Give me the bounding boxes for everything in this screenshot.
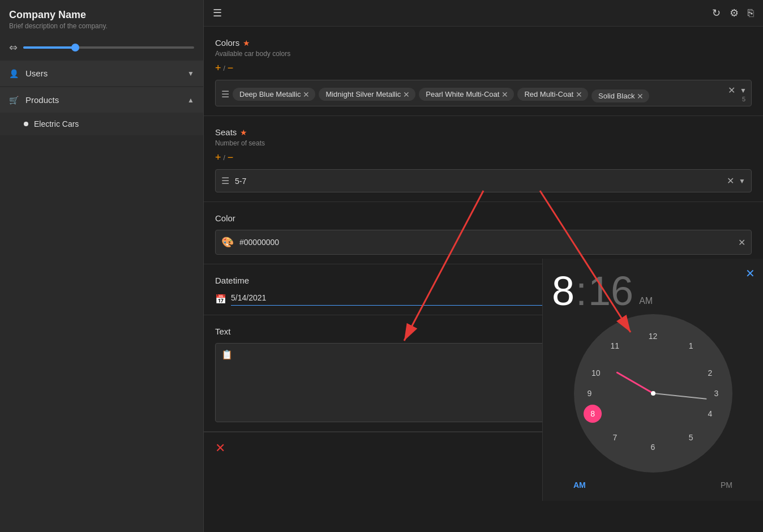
time-minute[interactable]: 16: [588, 268, 633, 314]
colors-dropdown-button[interactable]: ▼: [740, 87, 747, 95]
chevron-down-icon: ▼: [187, 70, 194, 78]
seats-description: Number of seats: [215, 139, 752, 147]
pm-button[interactable]: PM: [716, 478, 737, 492]
colors-section: Colors ★ Available car body colors + / −…: [204, 27, 763, 116]
color-picker-icon[interactable]: 🎨: [221, 236, 234, 248]
seats-clear-button[interactable]: ✕: [727, 175, 734, 186]
colors-separator: /: [224, 65, 225, 72]
colors-tags-inner: ☰ Deep Blue Metallic ✕ Midnight Silver M…: [221, 86, 745, 102]
clock-num-12: 12: [649, 332, 658, 341]
clock-center-dot: [651, 391, 655, 396]
clock-selected-8[interactable]: 8: [584, 405, 602, 423]
tag-midnight-silver-label: Midnight Silver Metallic: [325, 90, 401, 98]
company-name: Company Name: [9, 9, 194, 21]
tag-pearl-white: Pearl White Multi-Coat ✕: [419, 88, 514, 101]
tag-midnight-silver: Midnight Silver Metallic ✕: [319, 88, 415, 101]
time-hour[interactable]: 8: [552, 268, 575, 314]
tag-deep-blue: Deep Blue Metallic ✕: [233, 88, 315, 101]
tag-solid-black: Solid Black ✕: [591, 89, 649, 102]
colors-title: Colors: [215, 38, 239, 48]
delete-button[interactable]: ✕: [215, 441, 225, 456]
colors-clear-button[interactable]: ✕: [728, 85, 735, 96]
sidebar-item-users[interactable]: 👤 Users ▼: [0, 61, 203, 86]
colors-tags-container: ☰ Deep Blue Metallic ✕ Midnight Silver M…: [215, 80, 752, 106]
clock-num-7: 7: [612, 433, 617, 442]
slider-thumb: [71, 44, 79, 52]
sidebar-item-electric-cars[interactable]: Electric Cars: [0, 113, 203, 135]
tag-pearl-white-close[interactable]: ✕: [501, 91, 508, 98]
seats-add-remove-row: + / −: [215, 152, 752, 164]
seats-value-container: ☰ 5-7 ✕ ▼: [215, 169, 752, 192]
color-clear-button[interactable]: ✕: [738, 237, 745, 248]
time-colon: :: [576, 268, 587, 314]
seats-required-star: ★: [240, 128, 247, 137]
export-icon[interactable]: ⎘: [748, 7, 754, 19]
tag-red-multi: Red Multi-Coat ✕: [517, 88, 588, 101]
color-value: #00000000: [239, 238, 732, 247]
color-title: Color: [215, 213, 235, 223]
calendar-icon: 📅: [215, 294, 226, 304]
datetime-title: Datetime: [215, 276, 249, 285]
slider-icon: ⇔: [9, 41, 18, 54]
clock-num-4: 4: [708, 409, 712, 418]
seats-title: Seats: [215, 127, 237, 137]
refresh-icon[interactable]: ↻: [712, 7, 721, 19]
products-icon: 🛒: [9, 96, 19, 105]
tag-deep-blue-close[interactable]: ✕: [303, 91, 310, 98]
am-button[interactable]: AM: [569, 478, 590, 492]
tag-deep-blue-label: Deep Blue Metallic: [239, 90, 301, 98]
seats-section: Seats ★ Number of seats + / − ☰ 5-7 ✕ ▼: [204, 116, 763, 202]
color-value-container: 🎨 #00000000 ✕: [215, 230, 752, 255]
colors-required-star: ★: [243, 38, 250, 48]
menu-icon[interactable]: ☰: [213, 7, 222, 19]
tag-red-multi-close[interactable]: ✕: [576, 91, 582, 98]
clock-num-1: 1: [689, 341, 693, 350]
colors-add-remove-row: + / −: [215, 62, 752, 74]
clock-num-5: 5: [689, 433, 693, 442]
tag-midnight-silver-close[interactable]: ✕: [403, 91, 410, 98]
time-panel-close-button[interactable]: ✕: [745, 267, 755, 280]
sidebar-header: Company Name Brief description of the co…: [0, 0, 203, 37]
clock-hand-minute: [653, 393, 706, 400]
colors-add-button[interactable]: +: [215, 62, 221, 74]
seats-value: 5-7: [235, 177, 721, 186]
tag-red-multi-label: Red Multi-Coat: [524, 90, 573, 98]
main-content: ☰ ↻ ⚙ ⎘ Colors ★ Available car body colo…: [204, 0, 763, 532]
electric-cars-label: Electric Cars: [34, 119, 79, 128]
color-value-actions: ✕: [738, 237, 745, 248]
time-ampm: AM: [639, 296, 653, 306]
clock-num-11: 11: [611, 341, 620, 350]
colors-count: 5: [742, 96, 745, 102]
clock-num-6: 6: [651, 443, 655, 452]
settings-icon[interactable]: ⚙: [730, 7, 739, 19]
top-toolbar: ☰ ↻ ⚙ ⎘: [204, 0, 763, 27]
time-display-panel: 8 : 16 AM ✕ 12 1 2 3 4 5 6 7: [542, 259, 763, 501]
datetime-section: Datetime 📅 5/14/2021 ✕ 🕐 ⬜ 8 : 16 AM ✕: [204, 264, 763, 315]
color-section: Color 🎨 #00000000 ✕: [204, 202, 763, 264]
seats-add-button[interactable]: +: [215, 152, 221, 164]
clock-num-3: 3: [714, 389, 719, 398]
datetime-row: 📅 5/14/2021 ✕ 🕐 ⬜ 8 : 16 AM ✕: [215, 292, 752, 306]
seats-dropdown-button[interactable]: ▼: [739, 177, 745, 185]
users-icon: 👤: [9, 69, 19, 78]
clock-face[interactable]: 12 1 2 3 4 5 6 7 8 9 10 11: [574, 314, 732, 473]
colors-remove-button[interactable]: −: [228, 62, 234, 74]
slider-row: ⇔: [0, 37, 203, 61]
clock-hand-hour: [616, 371, 653, 394]
slider-track[interactable]: [23, 46, 194, 49]
sidebar-item-products[interactable]: 🛒 Products ▲: [0, 87, 203, 113]
company-description: Brief description of the company.: [9, 22, 194, 30]
ampm-row: AM PM: [552, 478, 754, 492]
clock-num-10: 10: [591, 368, 601, 377]
chevron-up-icon: ▲: [187, 96, 194, 104]
seats-separator: /: [224, 154, 225, 162]
tag-solid-black-close[interactable]: ✕: [637, 92, 644, 100]
sidebar: Company Name Brief description of the co…: [0, 0, 204, 532]
sub-item-dot: [24, 122, 28, 126]
colors-description: Available car body colors: [215, 50, 752, 58]
seats-remove-button[interactable]: −: [228, 152, 234, 164]
seats-value-actions: ✕ ▼: [727, 175, 745, 186]
seats-list-icon: ☰: [221, 175, 229, 186]
tag-pearl-white-label: Pearl White Multi-Coat: [426, 90, 499, 98]
sidebar-item-users-label: Users: [25, 68, 181, 78]
